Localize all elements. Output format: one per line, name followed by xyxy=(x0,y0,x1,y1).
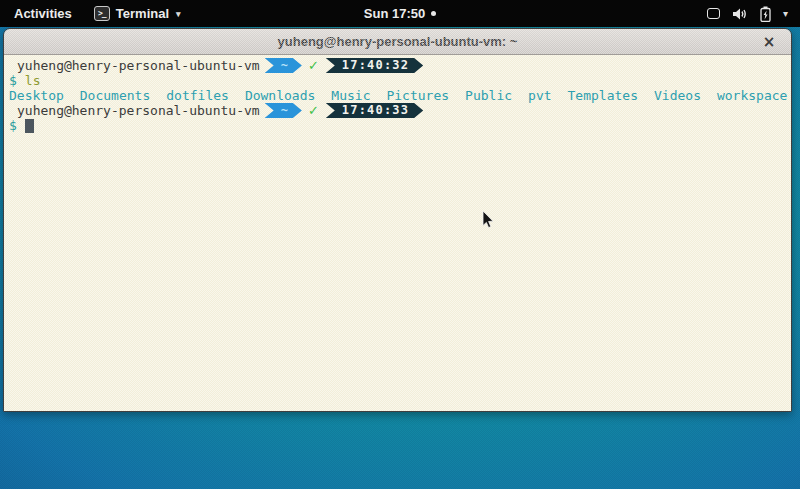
check-icon: ✓ xyxy=(308,58,319,73)
prompt-symbol: $ xyxy=(9,73,17,88)
chevron-down-icon: ▾ xyxy=(176,9,181,19)
prompt-user-host: yuheng@henry-personal-ubuntu-vm xyxy=(17,103,260,118)
system-status-area[interactable]: ▾ xyxy=(707,0,800,27)
window-title: yuheng@henry-personal-ubuntu-vm: ~ xyxy=(278,34,518,49)
ls-output-row: Desktop Documents dotfiles Downloads Mus… xyxy=(9,88,791,103)
directory-name: workspace xyxy=(717,88,787,103)
powerline-time-segment: 17:40:33 xyxy=(326,103,423,118)
directory-name: Public xyxy=(465,88,512,103)
directory-name: Documents xyxy=(80,88,150,103)
powerline-time-segment: 17:40:32 xyxy=(326,58,423,73)
terminal-window: yuheng@henry-personal-ubuntu-vm: ~ × yuh… xyxy=(3,28,792,412)
directory-name: Downloads xyxy=(245,88,315,103)
terminal-app-icon: >_ xyxy=(94,6,110,21)
notification-dot-icon xyxy=(431,11,436,16)
app-menu-terminal[interactable]: >_ Terminal ▾ xyxy=(86,0,189,27)
prompt-symbol: $ xyxy=(9,118,17,133)
close-button[interactable]: × xyxy=(759,29,779,55)
input-line[interactable]: $ xyxy=(9,118,791,133)
battery-charging-icon xyxy=(760,6,771,22)
directory-name: pvt xyxy=(528,88,551,103)
command-line: $ ls xyxy=(9,73,791,88)
directory-name: Desktop xyxy=(9,88,64,103)
directory-name: dotfiles xyxy=(166,88,229,103)
directory-name: Templates xyxy=(568,88,638,103)
text-cursor xyxy=(25,119,34,133)
powerline-path-segment: ~ xyxy=(265,103,302,118)
prompt-line: yuheng@henry-personal-ubuntu-vm ~ ✓ 17:4… xyxy=(9,58,791,73)
prompt-user-host: yuheng@henry-personal-ubuntu-vm xyxy=(17,58,260,73)
activities-button[interactable]: Activities xyxy=(0,0,86,27)
volume-icon xyxy=(732,7,748,21)
window-titlebar[interactable]: yuheng@henry-personal-ubuntu-vm: ~ × xyxy=(4,29,791,55)
chevron-down-icon: ▾ xyxy=(783,8,788,19)
directory-name: Music xyxy=(331,88,370,103)
command-text: ls xyxy=(25,73,41,88)
app-menu-label: Terminal xyxy=(116,6,169,21)
directory-name: Pictures xyxy=(386,88,449,103)
top-bar: Activities >_ Terminal ▾ Sun 17:50 ▾ xyxy=(0,0,800,27)
screen-icon xyxy=(707,8,720,19)
directory-name: Videos xyxy=(654,88,701,103)
clock-label: Sun 17:50 xyxy=(364,6,425,21)
check-icon: ✓ xyxy=(308,103,319,118)
powerline-path-segment: ~ xyxy=(265,58,302,73)
prompt-line: yuheng@henry-personal-ubuntu-vm ~ ✓ 17:4… xyxy=(9,103,791,118)
terminal-content[interactable]: yuheng@henry-personal-ubuntu-vm ~ ✓ 17:4… xyxy=(4,55,791,412)
